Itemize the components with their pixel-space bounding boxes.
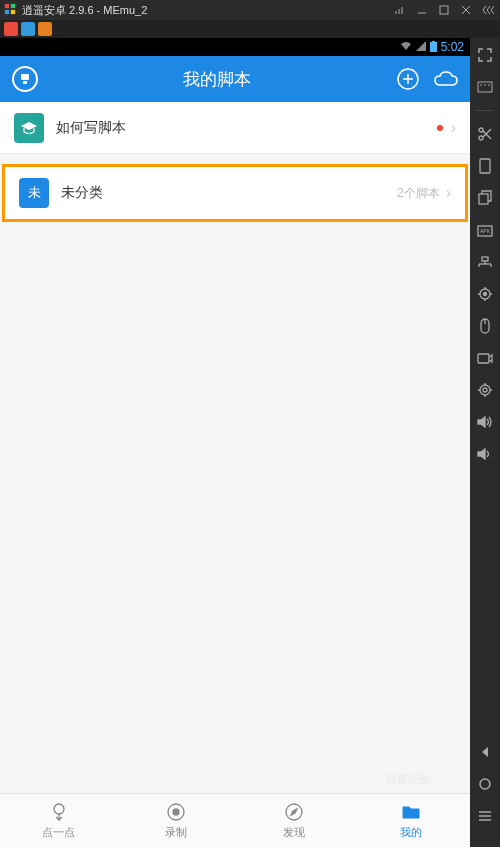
watermark: 百度经验 [386,772,430,787]
folder-icon [400,801,422,823]
home-icon[interactable] [476,775,494,793]
profile-button[interactable] [12,66,38,92]
svg-rect-10 [21,74,29,80]
svg-rect-28 [479,194,488,204]
toolbar-icon-1[interactable] [4,22,18,36]
svg-point-24 [479,136,483,140]
svg-rect-9 [430,42,437,52]
multi-window-icon[interactable] [476,189,494,207]
svg-rect-0 [5,4,9,8]
uncategorized-row[interactable]: 未 未分类 2个脚本 › [5,167,465,219]
network-icon[interactable] [476,253,494,271]
scissors-icon[interactable] [476,125,494,143]
emulator-sidebar: APK [470,38,500,847]
tab-tap[interactable]: 点一点 [0,794,118,847]
emulator-app-icon [4,3,18,17]
tutorial-title: 如何写脚本 [56,119,437,137]
chevron-right-icon: › [451,119,456,137]
tab-mine[interactable]: 我的 [353,794,471,847]
svg-rect-5 [440,6,448,14]
svg-rect-44 [478,354,489,363]
record-icon [165,801,187,823]
svg-point-51 [480,779,490,789]
svg-point-45 [480,385,490,395]
location-icon[interactable] [476,285,494,303]
svg-rect-3 [11,10,15,14]
close-button[interactable] [458,2,474,18]
svg-rect-31 [482,257,488,261]
svg-point-17 [173,809,179,815]
svg-rect-2 [5,10,9,14]
svg-rect-8 [432,41,435,42]
settings-icon[interactable] [476,381,494,399]
add-button[interactable] [396,67,420,91]
uncategorized-title: 未分类 [61,184,397,202]
camera-icon[interactable] [476,349,494,367]
tablet-icon[interactable] [476,157,494,175]
signal-icon [416,41,426,53]
tutorial-row[interactable]: 如何写脚本 › [0,102,470,154]
back-icon[interactable] [476,743,494,761]
emulator-toolbar [0,20,500,38]
svg-rect-27 [480,159,490,173]
volume-down-icon[interactable] [476,445,494,463]
svg-point-15 [54,804,64,814]
collapse-sidebar-button[interactable] [480,2,496,18]
toolbar-icon-3[interactable] [38,22,52,36]
keyboard-icon[interactable] [476,78,494,96]
highlight-annotation: 未 未分类 2个脚本 › [2,164,468,222]
cloud-button[interactable] [434,67,458,91]
uncategorized-count: 2个脚本 [397,185,440,202]
svg-text:APK: APK [480,228,491,234]
content-area: 如何写脚本 › 未 未分类 2个脚本 › [0,102,470,793]
signal-icon [392,2,408,18]
svg-rect-19 [478,82,492,92]
emulator-titlebar: 逍遥安卓 2.9.6 - MEmu_2 [0,0,500,20]
svg-point-46 [483,388,487,392]
tab-discover-label: 发现 [283,825,305,840]
volume-up-icon[interactable] [476,413,494,431]
android-status-bar: 5:02 [0,38,470,56]
bottom-tab-bar: 点一点 录制 发现 我的 [0,793,470,847]
svg-rect-1 [11,4,15,8]
tap-icon [48,801,70,823]
folder-icon: 未 [19,178,49,208]
apk-icon[interactable]: APK [476,221,494,239]
fullscreen-icon[interactable] [476,46,494,64]
battery-icon [430,41,437,54]
tab-tap-label: 点一点 [42,825,75,840]
notification-dot [437,125,443,131]
minimize-button[interactable] [414,2,430,18]
chevron-right-icon: › [446,184,451,202]
compass-icon [283,801,305,823]
tab-record[interactable]: 录制 [118,794,236,847]
graduation-cap-icon [14,113,44,143]
header-title: 我的脚本 [38,68,396,91]
app-header: 我的脚本 [0,56,470,102]
svg-rect-11 [23,81,27,84]
maximize-button[interactable] [436,2,452,18]
svg-point-23 [479,128,483,132]
svg-point-41 [484,293,487,296]
wifi-icon [400,41,412,53]
emulator-title: 逍遥安卓 2.9.6 - MEmu_2 [22,3,147,18]
toolbar-icon-2[interactable] [21,22,35,36]
menu-icon[interactable] [476,807,494,825]
status-time: 5:02 [441,40,464,54]
tab-record-label: 录制 [165,825,187,840]
mouse-icon[interactable] [476,317,494,335]
tab-mine-label: 我的 [400,825,422,840]
phone-screen: 5:02 我的脚本 如何写脚本 [0,38,470,847]
tab-discover[interactable]: 发现 [235,794,353,847]
